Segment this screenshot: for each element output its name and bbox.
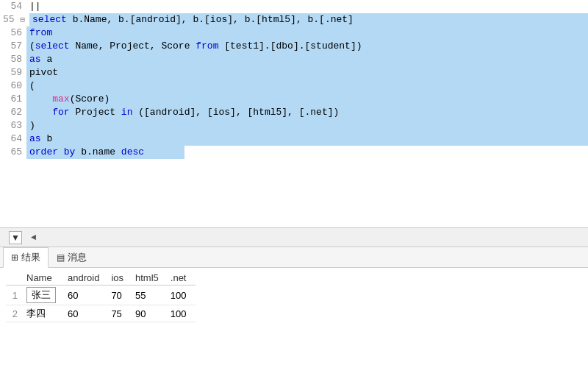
cell-name: 张三	[24, 286, 65, 305]
line-content: ||	[26, 0, 588, 13]
col-header: android	[65, 271, 108, 286]
col-header: Name	[24, 271, 65, 286]
collapse-icon[interactable]: ⊟	[20, 15, 25, 24]
table-row: 2李四607590100	[6, 305, 196, 322]
code-line-65: 65order by b.name desc	[0, 146, 588, 159]
tabs-bar: ⊞结果▤消息	[0, 247, 588, 268]
col-header: html5	[132, 271, 168, 286]
code-line-61: 61 max(Score)	[0, 93, 588, 106]
line-number: 64	[0, 132, 26, 146]
table-row: 1张三607055100	[6, 286, 196, 305]
row-number: 2	[6, 305, 24, 322]
code-line-54: 54||	[0, 0, 588, 13]
messages-tab-label: 消息	[68, 251, 87, 264]
line-number: 56	[0, 26, 26, 40]
line-number: 55 ⊟	[0, 13, 29, 26]
code-line-62: 62 for Project in ([android], [ios], [ht…	[0, 106, 588, 119]
line-content: (select Name, Project, Score from [test1…	[26, 40, 588, 53]
line-number: 57	[0, 40, 26, 53]
line-content: max(Score)	[26, 93, 588, 106]
scroll-left-icon[interactable]: ◄	[31, 233, 36, 243]
line-number: 65	[0, 146, 26, 159]
line-number: 61	[0, 93, 26, 106]
line-content: for Project in ([android], [ios], [html5…	[26, 106, 588, 119]
cell-value: 70	[108, 286, 132, 305]
results-table: Nameandroidioshtml5.net 1张三6070551002李四6…	[6, 271, 196, 322]
code-editor[interactable]: 54||55 ⊟select b.Name, b.[android], b.[i…	[0, 0, 588, 228]
row-number: 1	[6, 286, 24, 305]
cell-value: 55	[132, 286, 168, 305]
code-line-64: 64as b	[0, 132, 588, 146]
line-content: )	[26, 119, 588, 132]
code-line-60: 60(	[0, 79, 588, 93]
cell-value: 75	[108, 305, 132, 322]
cell-value: 100	[168, 286, 196, 305]
line-content: from	[26, 26, 588, 40]
code-line-59: 59pivot	[0, 66, 588, 79]
zoom-bar: ▼ ◄	[0, 228, 588, 247]
line-content: order by b.name desc	[26, 146, 588, 159]
line-number: 63	[0, 119, 26, 132]
line-content: as b	[26, 132, 588, 146]
line-content: (	[26, 79, 588, 93]
col-header: .net	[168, 271, 196, 286]
line-content: pivot	[26, 66, 588, 79]
col-header: ios	[108, 271, 132, 286]
line-number: 60	[0, 79, 26, 93]
code-line-56: 56from	[0, 26, 588, 40]
code-line-58: 58as a	[0, 53, 588, 66]
zoom-dropdown[interactable]: ▼	[9, 231, 22, 244]
cell-value: 90	[132, 305, 168, 322]
cell-name: 李四	[24, 305, 65, 322]
line-number: 54	[0, 0, 26, 13]
line-number: 59	[0, 66, 26, 79]
code-line-63: 63)	[0, 119, 588, 132]
messages-tab-icon: ▤	[57, 252, 65, 263]
results-area: Nameandroidioshtml5.net 1张三6070551002李四6…	[0, 268, 588, 390]
results-tab-label: 结果	[21, 251, 40, 264]
code-line-55: 55 ⊟select b.Name, b.[android], b.[ios],…	[0, 13, 588, 26]
tab-results[interactable]: ⊞结果	[3, 247, 49, 268]
table-header-row: Nameandroidioshtml5.net	[6, 271, 196, 286]
tab-messages[interactable]: ▤消息	[49, 247, 95, 267]
cell-value: 100	[168, 305, 196, 322]
cell-value: 60	[65, 305, 108, 322]
results-tab-icon: ⊞	[11, 252, 18, 263]
line-number: 62	[0, 106, 26, 119]
code-line-57: 57(select Name, Project, Score from [tes…	[0, 40, 588, 53]
cell-value: 60	[65, 286, 108, 305]
line-number: 58	[0, 53, 26, 66]
col-header	[6, 271, 24, 286]
line-content: as a	[26, 53, 588, 66]
line-content: select b.Name, b.[android], b.[ios], b.[…	[29, 13, 588, 26]
